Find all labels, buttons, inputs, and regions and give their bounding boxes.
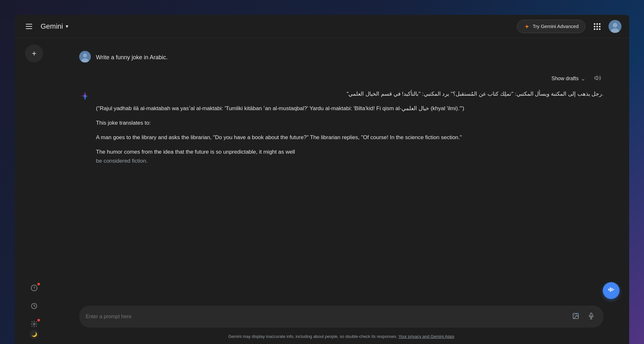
logo-area[interactable]: Gemini ▾: [41, 22, 68, 31]
dark-mode-button[interactable]: 🌙: [30, 330, 39, 339]
chat-container: Write a funny joke in Arabic. Show draft…: [53, 38, 629, 301]
user-avatar: [79, 51, 91, 62]
prompt-input-container: [79, 306, 603, 328]
user-message: Write a funny joke in Arabic.: [79, 51, 603, 62]
google-apps-button[interactable]: [591, 20, 603, 33]
show-drafts-button[interactable]: Show drafts ⌄: [549, 74, 588, 83]
explanation-part1: The humor comes from the idea that the f…: [96, 149, 295, 155]
header: Gemini ▾: [15, 15, 629, 38]
logo-text: Gemini: [41, 22, 63, 31]
arabic-joke-text: .رجل يذهب إلى المكتبة ويسأل المكتبي: "تم…: [96, 90, 603, 99]
show-drafts-label: Show drafts: [552, 76, 579, 81]
svg-rect-18: [611, 288, 612, 291]
explanation-part2: be considered fiction.: [96, 158, 148, 164]
settings-button[interactable]: [28, 318, 41, 331]
translation-text: A man goes to the library and asks the l…: [96, 133, 603, 142]
try-advanced-label: Try Gemini Advanced: [533, 24, 579, 29]
header-right: Try Gemini Advanced: [517, 20, 621, 33]
explanation-text: The humor comes from the idea that the f…: [96, 148, 603, 166]
header-left: Gemini ▾: [23, 20, 68, 33]
svg-rect-16: [608, 289, 609, 291]
help-button[interactable]: ?: [28, 282, 41, 295]
audio-wave-icon: [607, 286, 615, 295]
svg-point-12: [574, 314, 575, 315]
settings-notification-dot: [37, 319, 40, 321]
gear-icon: [31, 320, 38, 329]
footer: Gemini may display inaccurate info, incl…: [53, 330, 629, 344]
translation-label: This joke translates to:: [96, 119, 603, 128]
speaker-button[interactable]: [592, 73, 603, 84]
speaker-icon: [594, 74, 601, 83]
new-chat-button[interactable]: +: [25, 44, 43, 62]
chevron-down-icon: ⌄: [581, 75, 585, 82]
notification-dot: [37, 283, 40, 285]
transliteration-text: ("Rajul yadhab ilā al-maktabah wa yasʾal…: [96, 104, 603, 113]
floating-audio-button[interactable]: [603, 282, 620, 299]
image-icon: [572, 312, 579, 321]
svg-rect-17: [610, 287, 611, 292]
svg-marker-10: [595, 76, 597, 80]
avatar[interactable]: [609, 20, 621, 33]
user-message-text: Write a funny joke in Arabic.: [96, 51, 168, 62]
sidebar: + ?: [15, 38, 53, 344]
plus-icon: +: [32, 50, 36, 57]
image-upload-button[interactable]: [570, 311, 582, 322]
footer-disclaimer: Gemini may display inaccurate info, incl…: [79, 334, 603, 339]
svg-rect-13: [590, 313, 592, 316]
svg-text:?: ?: [33, 286, 35, 290]
input-area: [53, 301, 629, 330]
history-icon: [31, 302, 38, 311]
prompt-input[interactable]: [86, 314, 566, 320]
sidebar-bottom: ?: [28, 282, 41, 338]
privacy-link[interactable]: Your privacy and Gemini Apps: [398, 334, 454, 339]
svg-rect-19: [613, 289, 614, 290]
svg-point-1: [613, 23, 617, 27]
microphone-button[interactable]: [585, 311, 597, 322]
svg-point-6: [33, 323, 35, 325]
content-area: Write a funny joke in Arabic. Show draft…: [53, 38, 629, 344]
moon-icon: 🌙: [32, 332, 37, 337]
ai-response-text: .رجل يذهب إلى المكتبة ويسأل المكتبي: "تم…: [96, 90, 603, 166]
main-layout: + ?: [15, 38, 629, 344]
ai-response: Show drafts ⌄: [79, 73, 603, 166]
app-window: Gemini ▾: [15, 15, 629, 344]
gemini-logo: [79, 90, 91, 102]
svg-point-8: [83, 53, 87, 57]
microphone-icon: [588, 312, 595, 321]
disclaimer-text: Gemini may display inaccurate info, incl…: [228, 334, 397, 339]
ai-content: .رجل يذهب إلى المكتبة ويسأل المكتبي: "تم…: [79, 90, 603, 166]
gemini-star-icon: [524, 23, 530, 30]
try-advanced-button[interactable]: Try Gemini Advanced: [517, 20, 585, 33]
chevron-down-icon: ▾: [66, 23, 68, 29]
activity-button[interactable]: [28, 300, 41, 313]
help-icon: ?: [31, 284, 38, 293]
ai-response-header: Show drafts ⌄: [79, 73, 603, 84]
menu-button[interactable]: [23, 20, 35, 33]
hamburger-icon: [26, 24, 32, 29]
